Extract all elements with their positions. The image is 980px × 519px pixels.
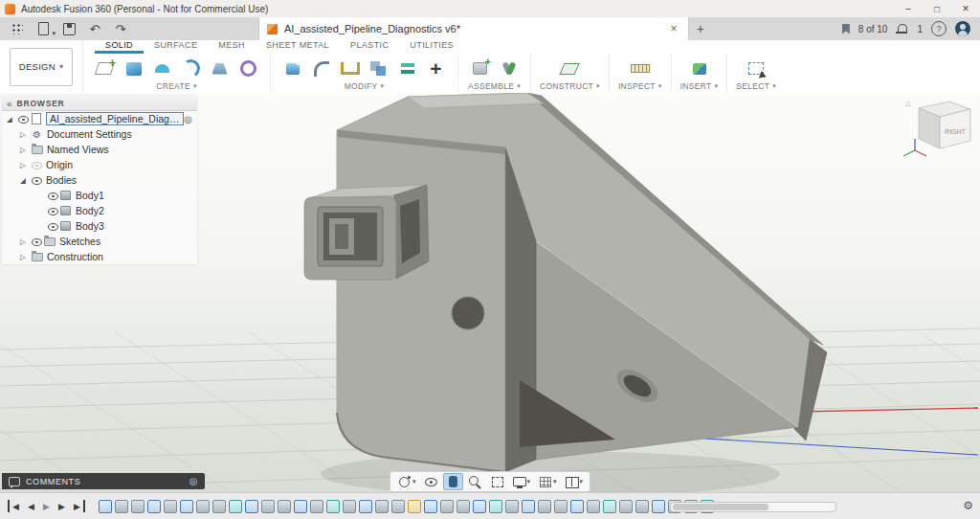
timeline-feature-icon[interactable] <box>603 500 616 513</box>
offset-face-icon[interactable] <box>394 56 420 81</box>
fit-icon[interactable] <box>486 473 506 490</box>
save-icon[interactable] <box>61 21 77 36</box>
construct-menu[interactable]: CONSTRUCT <box>540 81 600 91</box>
timeline-feature-icon[interactable] <box>554 500 568 513</box>
timeline-feature-icon[interactable] <box>196 500 210 513</box>
timeline-feature-icon[interactable] <box>473 500 486 513</box>
timeline-feature-icon[interactable] <box>359 500 372 513</box>
new-component-icon[interactable] <box>467 56 493 81</box>
timeline-feature-icon[interactable] <box>278 500 291 513</box>
user-avatar[interactable] <box>955 21 970 36</box>
timeline-feature-icon[interactable] <box>229 500 242 513</box>
comments-target-icon[interactable] <box>189 476 198 486</box>
browser-item[interactable]: Body2 <box>2 203 197 218</box>
toolbar-tab[interactable]: SHEET METAL <box>256 40 340 54</box>
fillet-icon[interactable] <box>308 56 334 81</box>
redo-icon[interactable] <box>113 21 128 36</box>
toolbar-tab[interactable]: UTILITIES <box>399 40 464 54</box>
activate-target-icon[interactable] <box>184 113 192 124</box>
browser-item[interactable]: Bodies <box>2 172 197 188</box>
press-pull-icon[interactable] <box>279 56 305 81</box>
workspace-design-dropdown[interactable]: DESIGN <box>10 48 73 86</box>
viewcube-home-icon[interactable]: ⌂ <box>905 98 911 108</box>
browser-item[interactable]: Body3 <box>2 218 197 234</box>
timeline-feature-icon[interactable] <box>164 500 177 513</box>
browser-item[interactable]: Sketches <box>2 234 197 249</box>
revolve-icon[interactable] <box>149 56 175 81</box>
expand-arrow-icon[interactable] <box>20 237 31 246</box>
look-at-icon[interactable] <box>420 473 440 490</box>
timeline-feature-icon[interactable] <box>245 500 258 513</box>
maximize-button[interactable] <box>923 0 951 17</box>
browser-item[interactable]: Body1 <box>2 188 197 203</box>
orbit-icon[interactable] <box>394 473 419 490</box>
display-settings-icon[interactable] <box>508 473 533 490</box>
shell-icon[interactable] <box>337 56 363 81</box>
step-forward-icon[interactable] <box>56 500 67 512</box>
timeline-feature-icon[interactable] <box>457 500 470 513</box>
timeline-feature-icon[interactable] <box>505 500 519 513</box>
visibility-eye-icon[interactable] <box>31 237 43 246</box>
help-icon[interactable] <box>931 21 947 36</box>
toolbar-tab[interactable]: SOLID <box>95 40 144 54</box>
play-icon[interactable] <box>41 500 52 512</box>
visibility-eye-icon[interactable] <box>17 114 30 124</box>
toolbar-tab[interactable]: MESH <box>208 40 256 54</box>
browser-item[interactable]: Construction <box>2 249 197 264</box>
browser-item[interactable]: Origin <box>2 157 197 172</box>
timeline-scrollbar[interactable] <box>670 502 836 512</box>
visibility-eye-icon[interactable] <box>47 221 59 231</box>
grid-settings-icon[interactable] <box>535 473 560 490</box>
modify-menu[interactable]: MODIFY <box>345 81 385 91</box>
timeline-feature-icon[interactable] <box>522 500 535 513</box>
viewcube-face-label[interactable]: RIGHT <box>945 128 967 135</box>
timeline-settings-gear-icon[interactable] <box>963 499 973 512</box>
joint-icon[interactable] <box>496 56 522 81</box>
timeline-feature-icon[interactable] <box>489 500 502 513</box>
expand-arrow-icon[interactable] <box>20 253 31 261</box>
combine-icon[interactable] <box>366 56 391 81</box>
create-menu[interactable]: CREATE <box>156 81 196 91</box>
expand-arrow-icon[interactable] <box>7 115 17 124</box>
file-menu-icon[interactable] <box>35 21 51 36</box>
browser-item[interactable]: AI_assisted_Pipeline_Diagno... <box>2 111 197 126</box>
timeline-feature-icon[interactable] <box>424 500 437 513</box>
move-icon[interactable] <box>423 56 449 81</box>
create-sketch-icon[interactable] <box>92 56 118 81</box>
toolbar-tab[interactable]: SURFACE <box>144 40 208 54</box>
timeline-feature-icon[interactable] <box>635 500 649 513</box>
timeline-feature-icon[interactable] <box>99 500 112 513</box>
expand-arrow-icon[interactable] <box>20 161 31 169</box>
timeline-feature-icon[interactable] <box>440 500 454 513</box>
timeline-feature-icon[interactable] <box>310 500 323 513</box>
app-grid-icon[interactable] <box>10 21 25 36</box>
timeline-feature-icon[interactable] <box>619 500 633 513</box>
timeline-feature-icon[interactable] <box>408 500 421 513</box>
loft-icon[interactable] <box>207 56 233 81</box>
pipeline-bracket-model[interactable] <box>304 93 827 472</box>
visibility-eye-icon[interactable] <box>47 206 59 215</box>
document-tab[interactable]: AI_assisted_Pipeline_Diagnostics v6* <box>258 17 689 40</box>
minimize-button[interactable] <box>894 0 923 17</box>
timeline-feature-icon[interactable] <box>587 500 600 513</box>
docs-limit-icon[interactable] <box>842 24 850 34</box>
close-button[interactable] <box>951 0 980 17</box>
measure-icon[interactable] <box>627 56 653 81</box>
timeline-feature-icon[interactable] <box>375 500 389 513</box>
timeline-feature-icon[interactable] <box>180 500 193 513</box>
undo-icon[interactable] <box>87 21 102 36</box>
select-menu[interactable]: SELECT <box>736 81 776 91</box>
new-document-tab-button[interactable] <box>689 17 712 40</box>
timeline-feature-icon[interactable] <box>343 500 356 513</box>
timeline-feature-icon[interactable] <box>652 500 665 513</box>
browser-item[interactable]: Named Views <box>2 142 197 157</box>
timeline-feature-icon[interactable] <box>391 500 405 513</box>
timeline-feature-icon[interactable] <box>294 500 307 513</box>
visibility-eye-icon[interactable] <box>31 175 43 185</box>
tab-close-icon[interactable] <box>667 22 680 35</box>
expand-arrow-icon[interactable] <box>20 176 31 185</box>
browser-item[interactable]: Document Settings <box>2 126 197 142</box>
timeline-feature-icon[interactable] <box>538 500 551 513</box>
timeline-feature-icon[interactable] <box>326 500 340 513</box>
timeline-feature-icon[interactable] <box>115 500 128 513</box>
